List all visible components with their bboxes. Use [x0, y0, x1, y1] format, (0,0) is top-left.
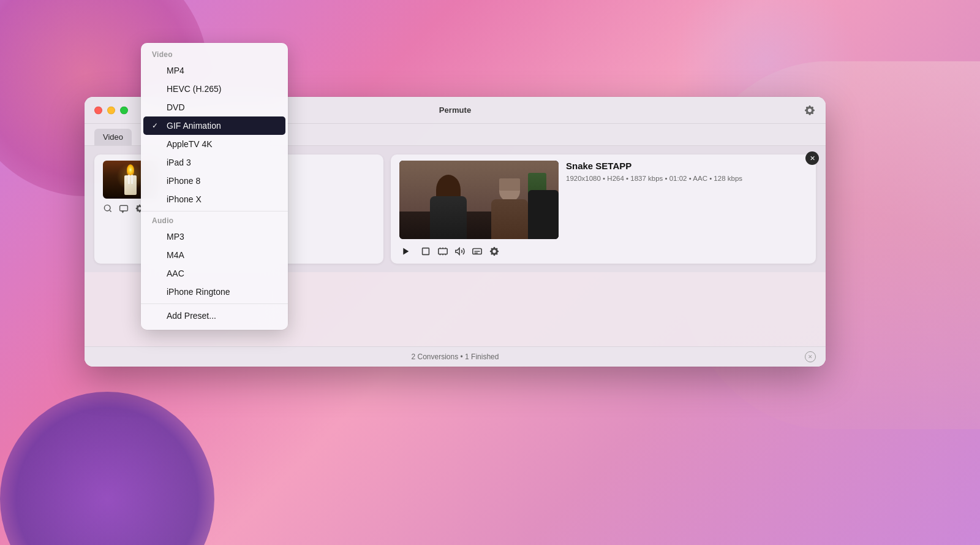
menu-item-add-preset[interactable]: Add Preset... [141, 307, 288, 325]
snake-title: Snake SETAPP [566, 161, 807, 171]
menu-checkmark-gif: ✓ [152, 121, 162, 130]
menu-item-hevc-label: HEVC (H.265) [167, 84, 221, 94]
menu-item-gif[interactable]: ✓ GIF Animation [143, 116, 285, 135]
svg-rect-3 [439, 249, 447, 254]
conversion-item-2-info: Snake SETAPP 1920x1080 • H264 • 1837 kbp… [566, 161, 807, 184]
film-icon[interactable] [437, 246, 448, 257]
menu-item-m4a-label: M4A [167, 250, 184, 260]
audio-icon[interactable] [454, 246, 466, 257]
menu-item-ipad3[interactable]: iPad 3 [141, 153, 288, 172]
dropdown-menu: Video MP4 HEVC (H.265) DVD ✓ GIF Animati… [141, 43, 288, 330]
menu-item-appletv-label: AppleTV 4K [167, 139, 213, 149]
add-preset-label: Add Preset... [167, 311, 216, 321]
svg-rect-2 [423, 248, 429, 255]
menu-section-video-label: Video [141, 48, 288, 61]
subtitle-icon[interactable] [472, 246, 483, 257]
menu-item-ringtone-label: iPhone Ringtone [167, 287, 230, 297]
pause-icon: ⏸ [124, 172, 137, 188]
menu-item-mp3-label: MP3 [167, 232, 184, 242]
minimize-button[interactable] [107, 106, 115, 114]
person-1 [424, 178, 473, 239]
menu-item-aac-label: AAC [167, 269, 184, 278]
menu-divider-2 [141, 303, 288, 304]
menu-item-aac[interactable]: AAC [141, 264, 288, 283]
menu-divider-1 [141, 211, 288, 212]
status-close-icon: ✕ [808, 354, 813, 360]
person-2 [485, 181, 534, 239]
svg-rect-1 [120, 205, 128, 211]
play-icon[interactable] [399, 245, 412, 257]
close-button[interactable] [94, 106, 102, 114]
search-icon[interactable] [103, 204, 113, 213]
gear-icon-2[interactable] [489, 246, 500, 257]
window-title: Permute [439, 105, 472, 115]
snake-meta: 1920x1080 • H264 • 1837 kbps • 01:02 • A… [566, 173, 807, 184]
menu-item-m4a[interactable]: M4A [141, 246, 288, 264]
conversion-item-2: ✕ [391, 154, 816, 264]
close-button-2[interactable]: ✕ [805, 151, 819, 165]
status-text: 2 Conversions • 1 Finished [412, 353, 499, 361]
snake-controls [399, 243, 807, 257]
person-3 [528, 190, 559, 239]
menu-item-iphone-ringtone[interactable]: iPhone Ringtone [141, 283, 288, 301]
bg-decoration-2 [0, 392, 214, 545]
person-2-hair [499, 178, 520, 191]
snake-scene [399, 161, 559, 239]
status-bar: 2 Conversions • 1 Finished ✕ [85, 346, 826, 367]
traffic-lights [94, 106, 128, 114]
tab-video[interactable]: Video [94, 129, 132, 145]
menu-item-dvd[interactable]: DVD [141, 98, 288, 116]
menu-item-hevc[interactable]: HEVC (H.265) [141, 80, 288, 98]
menu-item-iphonex-label: iPhone X [167, 194, 202, 204]
menu-item-mp3[interactable]: MP3 [141, 227, 288, 246]
menu-item-mp4[interactable]: MP4 [141, 61, 288, 80]
menu-item-mp4-label: MP4 [167, 66, 184, 75]
conversion-item-2-main: Snake SETAPP 1920x1080 • H264 • 1837 kbp… [399, 161, 807, 239]
menu-item-iphone8[interactable]: iPhone 8 [141, 172, 288, 190]
person-2-body [491, 199, 528, 239]
svg-point-0 [104, 205, 110, 211]
maximize-button[interactable] [120, 106, 128, 114]
menu-item-dvd-label: DVD [167, 102, 185, 112]
menu-item-iphonex[interactable]: iPhone X [141, 190, 288, 208]
menu-item-ipad3-label: iPad 3 [167, 158, 191, 167]
comment-icon[interactable] [119, 204, 129, 213]
person-1-body [430, 196, 467, 239]
menu-item-appletv[interactable]: AppleTV 4K [141, 135, 288, 153]
menu-item-iphone8-label: iPhone 8 [167, 176, 200, 186]
crop-icon[interactable] [420, 246, 431, 257]
menu-item-gif-label: GIF Animation [167, 121, 221, 131]
snake-thumbnail [399, 161, 559, 239]
settings-icon[interactable] [804, 104, 816, 116]
status-close-button[interactable]: ✕ [805, 351, 816, 362]
close-icon-2: ✕ [810, 155, 815, 162]
menu-section-audio-label: Audio [141, 214, 288, 227]
